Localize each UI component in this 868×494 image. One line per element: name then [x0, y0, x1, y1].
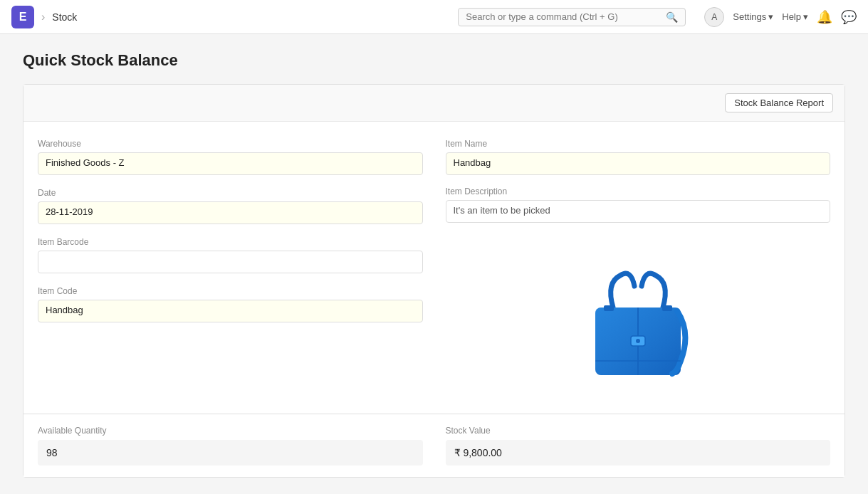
available-quantity-label: Available Quantity [38, 426, 423, 436]
item-name-field: Item Name Handbag [446, 139, 831, 175]
search-bar[interactable]: 🔍 [458, 8, 686, 26]
main-card: Stock Balance Report Warehouse Finished … [23, 84, 845, 478]
stock-balance-report-button[interactable]: Stock Balance Report [725, 93, 833, 112]
card-body: Warehouse Finished Goods - Z Date 28-11-… [23, 122, 845, 414]
avatar: A [704, 7, 724, 27]
app-logo: E [11, 6, 34, 28]
card-toolbar: Stock Balance Report [23, 85, 845, 122]
settings-button[interactable]: Settings ▾ [733, 11, 773, 22]
stock-value-block: Stock Value ₹ 9,800.00 [446, 426, 831, 466]
svg-rect-6 [662, 305, 672, 311]
form-left: Warehouse Finished Goods - Z Date 28-11-… [38, 139, 423, 396]
svg-point-4 [636, 339, 640, 343]
item-name-label: Item Name [446, 139, 831, 149]
warehouse-label: Warehouse [38, 139, 423, 149]
stock-value-value: ₹ 9,800.00 [446, 440, 831, 466]
topnav-right: A Settings ▾ Help ▾ 🔔 💬 [704, 7, 857, 27]
notifications-button[interactable]: 🔔 [817, 9, 832, 25]
date-value: 28-11-2019 [38, 201, 423, 224]
search-icon: 🔍 [666, 11, 678, 23]
item-description-label: Item Description [446, 186, 831, 196]
breadcrumb-stock: Stock [52, 11, 77, 23]
search-input[interactable] [466, 11, 662, 22]
topnav: E › Stock 🔍 A Settings ▾ Help ▾ 🔔 💬 [0, 0, 868, 34]
item-barcode-label: Item Barcode [38, 237, 423, 247]
item-description-field: Item Description It's an item to be pick… [446, 186, 831, 223]
date-field: Date 28-11-2019 [38, 188, 423, 224]
stock-value-label: Stock Value [446, 426, 831, 436]
date-label: Date [38, 188, 423, 198]
breadcrumb-chevron: › [41, 11, 45, 23]
form-right: Item Name Handbag Item Description It's … [446, 139, 831, 396]
feedback-button[interactable]: 💬 [841, 9, 857, 25]
svg-rect-5 [604, 305, 614, 311]
help-button[interactable]: Help ▾ [782, 11, 808, 22]
item-code-field: Item Code Handbag [38, 286, 423, 322]
card-footer: Available Quantity 98 Stock Value ₹ 9,80… [23, 414, 845, 477]
item-image [560, 240, 716, 396]
warehouse-field: Warehouse Finished Goods - Z [38, 139, 423, 175]
available-quantity-value: 98 [38, 440, 423, 466]
item-barcode-value[interactable] [38, 251, 423, 273]
item-code-label: Item Code [38, 286, 423, 296]
item-description-value: It's an item to be picked [446, 200, 831, 223]
warehouse-value: Finished Goods - Z [38, 152, 423, 175]
item-code-value: Handbag [38, 300, 423, 322]
available-quantity-block: Available Quantity 98 [38, 426, 423, 466]
item-barcode-field: Item Barcode [38, 237, 423, 273]
item-name-value: Handbag [446, 152, 831, 175]
page-title: Quick Stock Balance [23, 51, 845, 70]
page-container: Quick Stock Balance Stock Balance Report… [0, 34, 868, 494]
